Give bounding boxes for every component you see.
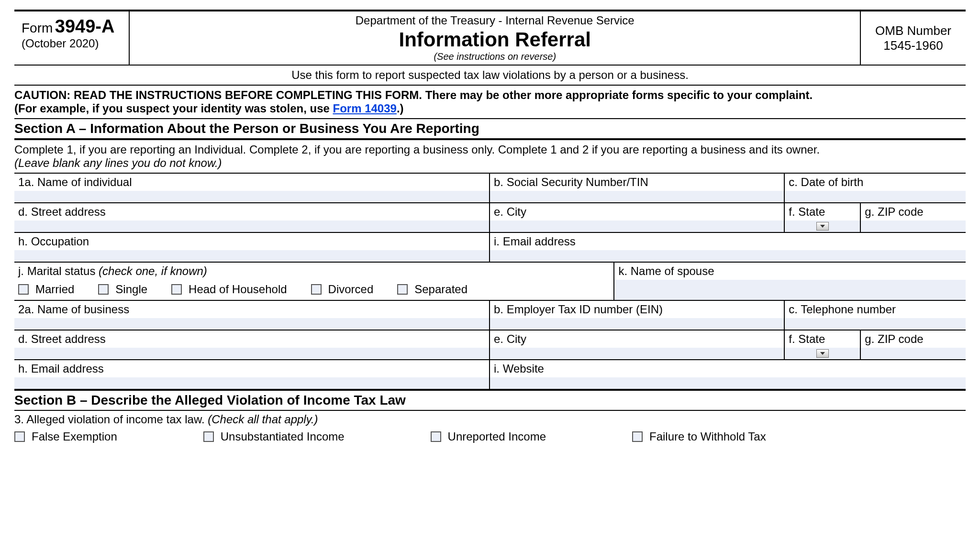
label-2g: g. ZIP code <box>861 331 966 348</box>
cb-unsubstantiated[interactable]: Unsubstantiated Income <box>203 430 345 443</box>
label-1k: k. Name of spouse <box>614 263 966 280</box>
row-1hi: h. Occupation i. Email address <box>14 232 966 262</box>
department-line: Department of the Treasury - Internal Re… <box>139 14 850 27</box>
form-title: Information Referral <box>139 28 850 51</box>
label-2i: i. Website <box>490 360 966 377</box>
cb-hoh[interactable]: Head of Household <box>171 283 287 296</box>
field-2e[interactable] <box>490 348 784 359</box>
label-2d: d. Street address <box>14 331 489 348</box>
header-center: Department of the Treasury - Internal Re… <box>130 11 860 65</box>
header-left: Form 3949-A (October 2020) <box>14 11 130 65</box>
field-1a[interactable] <box>14 191 489 202</box>
label-1f: f. State <box>785 203 860 220</box>
cb-divorced[interactable]: Divorced <box>311 283 374 296</box>
row-2hi: h. Email address i. Website <box>14 359 966 389</box>
field-2c[interactable] <box>785 318 966 330</box>
omb-label: OMB Number <box>875 23 951 38</box>
label-1j: j. Marital status <box>18 264 95 277</box>
marital-options: Married Single Head of Household Divorce… <box>18 283 610 296</box>
label-1j-hint: (check one, if known) <box>99 264 207 277</box>
label-2f: f. State <box>785 331 860 348</box>
chevron-down-icon <box>816 222 829 231</box>
form-number: 3949-A <box>55 16 115 36</box>
field-2i[interactable] <box>490 377 966 389</box>
marital-block: j. Marital status (check one, if known) … <box>14 263 613 300</box>
field-1f-dropdown[interactable] <box>785 220 860 232</box>
row-1defg: d. Street address e. City f. State g. ZI… <box>14 202 966 232</box>
field-1g[interactable] <box>861 220 966 232</box>
form-word: Form <box>22 21 53 35</box>
row-2defg: d. Street address e. City f. State g. ZI… <box>14 330 966 359</box>
label-1g: g. ZIP code <box>861 203 966 220</box>
label-1c: c. Date of birth <box>785 174 966 191</box>
row-1jk: j. Marital status (check one, if known) … <box>14 262 966 300</box>
checkbox-icon <box>171 284 182 295</box>
caution-block: CAUTION: READ THE INSTRUCTIONS BEFORE CO… <box>14 85 966 118</box>
label-1a: 1a. Name of individual <box>14 174 489 191</box>
section-a-sub: Complete 1, if you are reporting an Indi… <box>14 140 966 173</box>
row-2abc: 2a. Name of business b. Employer Tax ID … <box>14 300 966 330</box>
label-2e: e. City <box>490 331 784 348</box>
field-2b[interactable] <box>490 318 784 330</box>
field-1e[interactable] <box>490 220 784 232</box>
field-1h[interactable] <box>14 250 489 262</box>
field-1d[interactable] <box>14 220 489 232</box>
label-1b: b. Social Security Number/TIN <box>490 174 784 191</box>
field-1i[interactable] <box>490 250 966 262</box>
field-1b[interactable] <box>490 191 784 202</box>
omb-number: 1545-1960 <box>875 38 951 53</box>
q3-text: 3. Alleged violation of income tax law. <box>14 413 205 426</box>
form-date: (October 2020) <box>22 37 114 50</box>
caution-line1: CAUTION: READ THE INSTRUCTIONS BEFORE CO… <box>14 88 813 101</box>
section-a-title: Section A – Information About the Person… <box>14 118 966 140</box>
section-b-title: Section B – Describe the Alleged Violati… <box>14 389 966 411</box>
usage-line: Use this form to report suspected tax la… <box>14 66 966 85</box>
field-2d[interactable] <box>14 348 489 359</box>
cb-false-exemption[interactable]: False Exemption <box>14 430 117 443</box>
field-1k[interactable] <box>614 280 966 300</box>
q3-line: 3. Alleged violation of income tax law. … <box>14 411 966 428</box>
see-instructions: (See instructions on reverse) <box>139 51 850 62</box>
field-2h[interactable] <box>14 377 489 389</box>
label-1i: i. Email address <box>490 233 966 250</box>
checkbox-icon <box>431 431 441 442</box>
cb-married[interactable]: Married <box>18 283 74 296</box>
caution-line2-pre: (For example, if you suspect your identi… <box>14 102 333 115</box>
checkbox-icon <box>14 431 25 442</box>
checkbox-icon <box>98 284 109 295</box>
form-14039-link[interactable]: Form 14039 <box>333 102 397 115</box>
label-2h: h. Email address <box>14 360 489 377</box>
header-right: OMB Number 1545-1960 <box>860 11 966 65</box>
cb-unreported[interactable]: Unreported Income <box>431 430 546 443</box>
section-a-sub-main: Complete 1, if you are reporting an Indi… <box>14 143 820 156</box>
label-2a: 2a. Name of business <box>14 301 489 318</box>
section-a-sub-italic: (Leave blank any lines you do not know.) <box>14 156 222 169</box>
label-1d: d. Street address <box>14 203 489 220</box>
label-1h: h. Occupation <box>14 233 489 250</box>
label-2b: b. Employer Tax ID number (EIN) <box>490 301 784 318</box>
checkbox-icon <box>632 431 643 442</box>
form-header: Form 3949-A (October 2020) Department of… <box>14 10 966 66</box>
checkbox-icon <box>203 431 214 442</box>
field-2f-dropdown[interactable] <box>785 348 860 359</box>
row-1abc: 1a. Name of individual b. Social Securit… <box>14 173 966 202</box>
label-1e: e. City <box>490 203 784 220</box>
field-2g[interactable] <box>861 348 966 359</box>
checkbox-icon <box>311 284 322 295</box>
chevron-down-icon <box>816 349 829 358</box>
form-3949a: Form 3949-A (October 2020) Department of… <box>14 10 966 445</box>
field-1c[interactable] <box>785 191 966 202</box>
label-2c: c. Telephone number <box>785 301 966 318</box>
cb-separated[interactable]: Separated <box>397 283 468 296</box>
field-2a[interactable] <box>14 318 489 330</box>
checkbox-icon <box>18 284 29 295</box>
cb-withhold[interactable]: Failure to Withhold Tax <box>632 430 766 443</box>
caution-line2-post: .) <box>397 102 404 115</box>
q3-hint: (Check all that apply.) <box>208 413 318 426</box>
q3-checks: False Exemption Unsubstantiated Income U… <box>14 428 966 445</box>
cb-single[interactable]: Single <box>98 283 147 296</box>
checkbox-icon <box>397 284 408 295</box>
